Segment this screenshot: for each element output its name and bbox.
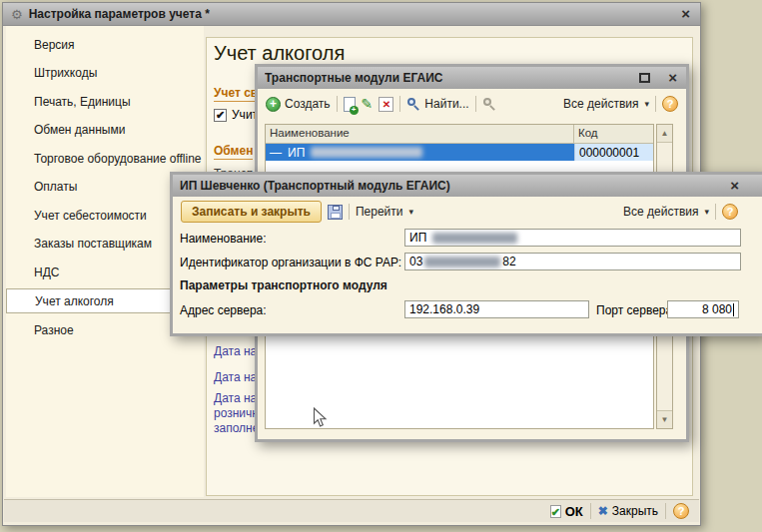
server-address-field[interactable]: 192.168.0.39 bbox=[404, 300, 589, 318]
date-label-3: Дата на розничн заполне bbox=[214, 391, 259, 436]
toolbar-separator-2 bbox=[399, 96, 400, 112]
clear-search-icon[interactable] bbox=[482, 97, 496, 111]
card-toolbar: Записать и закрыть Перейти ▾ Все действи… bbox=[173, 197, 762, 227]
footer-separator-1 bbox=[590, 503, 591, 519]
column-header-name[interactable]: Наименование bbox=[266, 125, 574, 143]
close-button[interactable]: ✖ Закрыть bbox=[598, 504, 658, 518]
ok-check-icon: ✔ bbox=[551, 507, 560, 518]
card-toolbar-separator-1 bbox=[349, 204, 350, 220]
maximize-icon[interactable] bbox=[639, 73, 650, 83]
sidebar-item-print-units[interactable]: Печать, Единицы bbox=[6, 90, 204, 115]
checkbox-checked[interactable]: ✔ bbox=[214, 109, 227, 122]
close-x-icon: ✖ bbox=[598, 504, 608, 518]
card-all-actions-button[interactable]: Все действия ▾ bbox=[623, 205, 709, 219]
sidebar-item-version[interactable]: Версия bbox=[6, 33, 204, 58]
egais-toolbar: + Создать + ✎ ✕ Найти... Все действия ▾ … bbox=[258, 89, 686, 119]
port-field-label: Порт сервера: bbox=[596, 303, 675, 317]
row-name-prefix: ИП bbox=[288, 146, 305, 160]
date-label-3-line1: Дата на bbox=[214, 391, 259, 406]
redacted-blur bbox=[424, 257, 500, 267]
scroll-up-icon[interactable]: ▲ bbox=[657, 125, 672, 143]
goto-label: Перейти bbox=[356, 205, 403, 219]
section-header-alcohol: Учет св bbox=[214, 86, 258, 102]
server-port-field[interactable]: 8 080 bbox=[667, 300, 739, 318]
mouse-cursor bbox=[313, 407, 329, 432]
port-value: 8 080 bbox=[702, 302, 732, 316]
copy-item-button[interactable]: + bbox=[344, 97, 356, 112]
ok-button[interactable]: ✔ ОК bbox=[550, 504, 583, 519]
footer-bar: ✔ ОК ✖ Закрыть ? bbox=[4, 499, 699, 522]
page-title: Учет алкоголя bbox=[214, 42, 345, 65]
egais-dialog-close-icon[interactable]: × bbox=[666, 71, 679, 85]
server-field-label: Адрес сервера: bbox=[180, 303, 267, 317]
id-value-prefix: 03 bbox=[409, 255, 422, 268]
card-dialog-title: ИП Шевченко (Транспортный модуль ЕГАИС) bbox=[180, 179, 720, 193]
cell-name: — ИП bbox=[266, 144, 574, 161]
footer-separator-2 bbox=[665, 503, 666, 519]
chevron-down-icon: ▾ bbox=[644, 99, 649, 109]
toolbar-separator-4 bbox=[655, 96, 656, 112]
egais-all-actions-button[interactable]: Все действия ▾ bbox=[563, 97, 649, 111]
table-row[interactable]: — ИП 000000001 bbox=[266, 144, 653, 161]
date-label-1: Дата на bbox=[214, 344, 257, 359]
find-button[interactable]: Найти... bbox=[406, 97, 468, 111]
column-header-code[interactable]: Код bbox=[574, 125, 653, 143]
all-actions-label: Все действия bbox=[563, 97, 638, 111]
window-title: Настройка параметров учета * bbox=[29, 7, 674, 21]
footer-help-button[interactable]: ? bbox=[673, 503, 689, 519]
record-marker-icon: — bbox=[270, 146, 282, 160]
copy-plus-icon: + bbox=[350, 106, 359, 115]
card-all-actions-label: Все действия bbox=[623, 205, 698, 219]
create-button[interactable]: + Создать bbox=[266, 97, 331, 112]
goto-chevron-down-icon: ▾ bbox=[409, 207, 414, 217]
sidebar-item-data-exchange[interactable]: Обмен данными bbox=[6, 118, 204, 143]
date-label-3-line2: розничн bbox=[214, 406, 259, 421]
screen: ⚙ Настройка параметров учета * × Версия … bbox=[0, 0, 762, 532]
name-value-prefix: ИП bbox=[409, 231, 426, 245]
toolbar-separator-1 bbox=[337, 96, 338, 112]
card-dialog-close-icon[interactable]: × bbox=[728, 179, 741, 193]
module-card-dialog: ИП Шевченко (Транспортный модуль ЕГАИС) … bbox=[170, 172, 762, 336]
gear-icon: ⚙ bbox=[11, 8, 23, 21]
save-and-close-button[interactable]: Записать и закрыть bbox=[181, 201, 322, 223]
ok-button-label: ОК bbox=[565, 504, 583, 519]
create-plus-icon: + bbox=[266, 97, 281, 112]
sidebar-item-barcodes[interactable]: Штрихкоды bbox=[6, 61, 204, 86]
id-value-suffix: 82 bbox=[502, 255, 515, 268]
goto-button[interactable]: Перейти ▾ bbox=[356, 205, 413, 219]
sidebar-item-trade-equipment-offline[interactable]: Торговое оборудование offline bbox=[6, 147, 204, 172]
ok-icon: ✔ bbox=[550, 505, 561, 518]
create-button-label: Создать bbox=[285, 97, 331, 111]
section-header-exchange: Обмен bbox=[214, 144, 253, 160]
redacted-blur bbox=[311, 147, 422, 158]
search-icon bbox=[406, 97, 420, 111]
delete-button[interactable]: ✕ bbox=[379, 97, 393, 112]
egais-dialog-titlebar[interactable]: Транспортные модули ЕГАИС × bbox=[258, 67, 686, 89]
card-chevron-down-icon: ▾ bbox=[704, 207, 709, 217]
date-label-2: Дата на bbox=[214, 370, 257, 385]
params-section-header: Параметры транспортного модуля bbox=[180, 278, 387, 292]
fsrar-id-field[interactable]: 03 82 bbox=[404, 253, 741, 270]
name-field[interactable]: ИП bbox=[404, 229, 741, 247]
window-close-icon[interactable]: × bbox=[679, 7, 692, 21]
redacted-blur bbox=[432, 233, 517, 244]
close-button-label: Закрыть bbox=[612, 504, 658, 518]
save-icon[interactable] bbox=[328, 205, 343, 220]
egais-help-button[interactable]: ? bbox=[662, 96, 678, 112]
name-field-label: Наименование: bbox=[180, 232, 267, 246]
cell-code: 000000001 bbox=[574, 144, 653, 161]
card-dialog-titlebar[interactable]: ИП Шевченко (Транспортный модуль ЕГАИС) … bbox=[173, 175, 762, 197]
id-field-label: Идентификатор организации в ФС РАР: bbox=[180, 256, 401, 269]
find-button-label: Найти... bbox=[424, 97, 468, 111]
egais-dialog-title: Транспортные модули ЕГАИС bbox=[265, 71, 631, 85]
card-help-button[interactable]: ? bbox=[722, 204, 738, 220]
settings-window-titlebar[interactable]: ⚙ Настройка параметров учета * × bbox=[3, 3, 700, 26]
text-caret bbox=[733, 303, 734, 316]
scroll-down-icon[interactable]: ▼ bbox=[657, 410, 672, 428]
card-toolbar-separator-2 bbox=[715, 204, 716, 220]
table-header: Наименование Код bbox=[266, 125, 653, 144]
date-label-3-line3: заполне bbox=[214, 421, 259, 436]
edit-button[interactable]: ✎ bbox=[362, 97, 374, 111]
toolbar-separator-3 bbox=[475, 96, 476, 112]
